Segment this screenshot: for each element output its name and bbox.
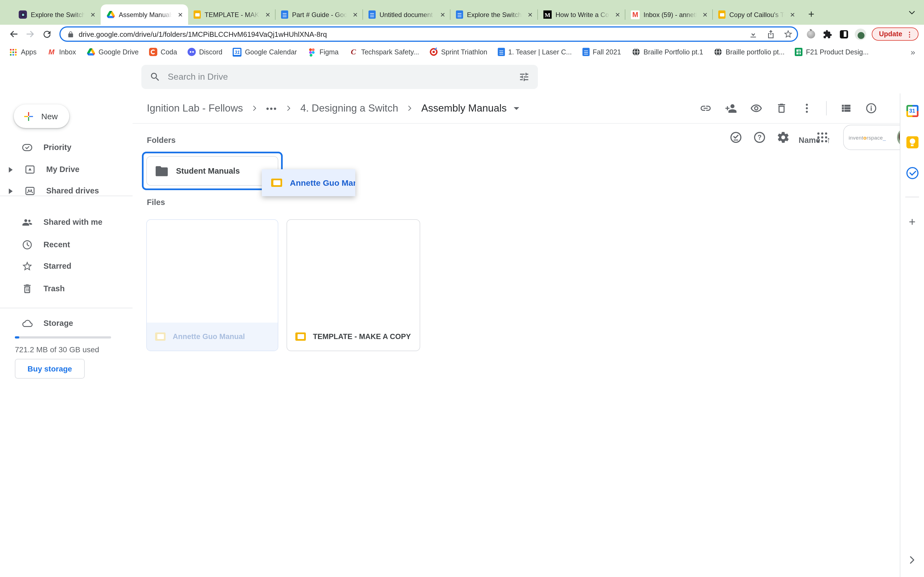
sidebar-item-shared-with-me[interactable]: Shared with me: [0, 211, 132, 233]
bookmark-fall-2021[interactable]: Fall 2021: [582, 48, 621, 56]
more-actions-icon[interactable]: [801, 102, 813, 114]
trash-icon[interactable]: [775, 102, 788, 114]
sidebar-item-starred[interactable]: Starred: [0, 255, 132, 277]
file-card-annette-guo-manual[interactable]: Annette Guo Manual: [146, 219, 278, 351]
search-options-icon[interactable]: [519, 71, 530, 82]
slides-file-icon: [296, 332, 306, 341]
browser-profile-avatar[interactable]: [854, 27, 867, 41]
chevron-right-icon: [405, 104, 414, 113]
new-button[interactable]: New: [14, 105, 69, 128]
preview-eye-icon[interactable]: [750, 102, 762, 114]
bookmark-sprint-triathlon[interactable]: Sprint Triathlon: [430, 48, 487, 56]
buy-storage-button[interactable]: Buy storage: [15, 359, 85, 379]
file-card-template-make-a-copy[interactable]: TEMPLATE - MAKE A COPY: [286, 219, 420, 351]
settings-gear-icon[interactable]: [777, 131, 790, 144]
share-add-person-icon[interactable]: [725, 102, 737, 114]
offline-status-icon[interactable]: [729, 131, 743, 144]
folder-menu-caret-icon[interactable]: [514, 107, 520, 113]
bookmark-coda[interactable]: Coda: [149, 48, 177, 56]
bookmark-star-icon[interactable]: [782, 27, 795, 41]
folder-action-bar: [699, 93, 877, 123]
dark-mode-extension-icon[interactable]: [837, 27, 850, 41]
calendar-panel-icon[interactable]: 31: [906, 105, 919, 117]
expand-caret-icon[interactable]: [9, 167, 15, 172]
tab-close-icon[interactable]: ✕: [526, 10, 535, 19]
sidebar-item-my-drive[interactable]: My Drive: [0, 158, 132, 180]
tab-search-chevron-icon[interactable]: [907, 8, 917, 18]
new-tab-button[interactable]: +: [804, 6, 819, 22]
tab-close-icon[interactable]: ✕: [89, 10, 97, 19]
breadcrumb-parent[interactable]: 4. Designing a Switch: [300, 102, 398, 114]
tab-assembly-manuals[interactable]: Assembly Manuals ✕: [101, 5, 188, 25]
tab-close-icon[interactable]: ✕: [438, 10, 447, 19]
hide-side-panel-icon[interactable]: [906, 554, 918, 566]
bookmark-inbox[interactable]: MInbox: [47, 48, 76, 56]
tab-template-make[interactable]: TEMPLATE - MAKE ✕: [188, 5, 276, 25]
expand-caret-icon[interactable]: [9, 188, 15, 194]
tab-close-icon[interactable]: ✕: [613, 10, 622, 19]
bookmark-discord[interactable]: Discord: [187, 48, 223, 56]
chrome-update-button[interactable]: Update ⋮: [872, 27, 919, 41]
svg-text:?: ?: [758, 134, 762, 141]
list-view-icon[interactable]: [840, 102, 852, 114]
tasks-panel-icon[interactable]: [906, 166, 919, 179]
folder-tile-student-manuals[interactable]: Student Manuals: [146, 156, 278, 186]
bookmark-f21-product-design[interactable]: F21 Product Desig...: [795, 48, 869, 56]
sidebar-item-recent[interactable]: Recent: [0, 234, 132, 256]
breadcrumb-collapsed[interactable]: •••: [266, 103, 278, 113]
sort-ascending-icon[interactable]: ↑: [826, 135, 831, 145]
breadcrumb-current[interactable]: Assembly Manuals: [421, 102, 507, 114]
sidebar-item-trash[interactable]: Trash: [0, 277, 132, 300]
forward-icon[interactable]: [23, 27, 37, 41]
sidebar-item-priority[interactable]: Priority: [0, 136, 132, 158]
save-download-icon[interactable]: [746, 27, 759, 41]
search-input[interactable]: Search in Drive: [141, 65, 538, 89]
tab-explore-the-switch-2[interactable]: Explore the Switch ✕: [451, 5, 538, 25]
tab-how-to-write[interactable]: M How to Write a Con ✕: [538, 5, 625, 25]
get-add-ons-icon[interactable]: +: [906, 215, 919, 228]
sidebar-item-storage[interactable]: Storage: [0, 312, 132, 334]
share-icon[interactable]: [764, 27, 777, 41]
tab-part-guide[interactable]: Part # Guide - Goo ✕: [276, 5, 363, 25]
pomodoro-extension-icon[interactable]: [804, 27, 817, 41]
workspace-side-panel: 31 +: [900, 93, 924, 577]
tab-close-icon[interactable]: ✕: [351, 10, 360, 19]
url-text[interactable]: drive.google.com/drive/u/1/folders/1MCPi…: [79, 30, 742, 38]
extensions-puzzle-icon[interactable]: [821, 27, 834, 41]
sidebar-divider: [0, 196, 132, 196]
update-menu-icon[interactable]: ⋮: [906, 30, 913, 38]
bookmark-google-calendar[interactable]: 31Google Calendar: [233, 48, 297, 56]
keep-panel-icon[interactable]: [906, 136, 919, 148]
bookmark-braille-portfolio-1[interactable]: Braille Portfolio pt.1: [632, 48, 703, 56]
get-link-icon[interactable]: [699, 102, 712, 114]
help-icon[interactable]: ?: [753, 131, 766, 144]
lock-icon: [67, 31, 74, 38]
tab-close-icon[interactable]: ✕: [701, 10, 709, 19]
bookmark-braille-portfolio-2[interactable]: Braille portfolio pt...: [714, 48, 785, 56]
tab-close-icon[interactable]: ✕: [263, 10, 272, 19]
bookmark-google-drive[interactable]: Google Drive: [86, 48, 139, 56]
address-bar[interactable]: drive.google.com/drive/u/1/folders/1MCPi…: [60, 26, 798, 42]
bookmark-techspark[interactable]: CTechspark Safety...: [349, 48, 419, 56]
drag-ghost-file[interactable]: Annette Guo Manual: [262, 169, 355, 196]
target-icon: [430, 48, 438, 56]
tab-close-icon[interactable]: ✕: [176, 10, 185, 19]
bookmark-figma[interactable]: Figma: [307, 48, 339, 56]
tab-close-icon[interactable]: ✕: [788, 10, 797, 19]
bookmarks-overflow-icon[interactable]: »: [911, 47, 915, 56]
info-icon[interactable]: [865, 102, 877, 114]
sort-control[interactable]: Name ↑: [799, 135, 831, 145]
bookmark-apps[interactable]: Apps: [9, 48, 37, 56]
back-icon[interactable]: [6, 27, 21, 41]
search-icon[interactable]: [150, 71, 161, 82]
file-card-footer: Annette Guo Manual: [147, 322, 278, 351]
reload-icon[interactable]: [40, 27, 54, 41]
search-placeholder: Search in Drive: [168, 72, 512, 82]
tab-copy-of-caillous[interactable]: Copy of Caillou's Te ✕: [713, 5, 800, 25]
tab-inbox[interactable]: M Inbox (59) - annett ✕: [625, 5, 713, 25]
tab-untitled-document[interactable]: Untitled document ✕: [363, 5, 451, 25]
breadcrumb-root[interactable]: Ignition Lab - Fellows: [147, 102, 243, 114]
bookmark-teaser-laser[interactable]: 1. Teaser | Laser C...: [498, 48, 572, 56]
sidebar-item-shared-drives[interactable]: Shared drives: [0, 180, 132, 201]
tab-explore-the-switch-1[interactable]: Explore the Switch! ✕: [13, 5, 101, 25]
